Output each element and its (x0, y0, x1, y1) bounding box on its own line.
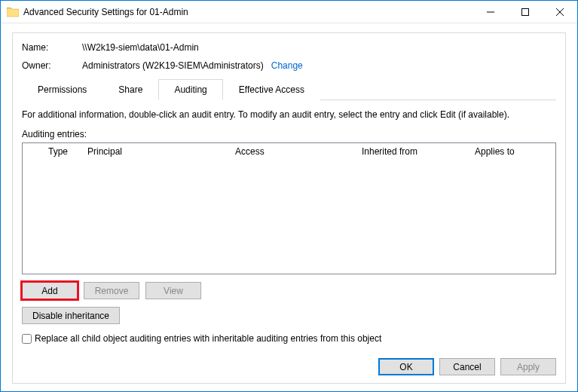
replace-entries-row[interactable]: Replace all child object auditing entrie… (22, 333, 556, 344)
owner-value: Administrators (W2K19-SIEM\Administrator… (82, 60, 264, 71)
entry-buttons: Add Remove View (22, 282, 556, 299)
change-owner-link[interactable]: Change (271, 60, 303, 71)
tab-auditing[interactable]: Auditing (158, 79, 222, 100)
svg-rect-1 (522, 8, 529, 15)
replace-entries-label: Replace all child object auditing entrie… (35, 333, 381, 344)
owner-label: Owner: (22, 60, 82, 71)
cancel-button[interactable]: Cancel (439, 358, 495, 375)
auditing-panel: For additional information, double-click… (22, 100, 556, 344)
name-value: \\W2k19-siem\data\01-Admin (82, 42, 199, 53)
grid-header-blank[interactable] (23, 149, 44, 154)
main-fieldset: Name: \\W2k19-siem\data\01-Admin Owner: … (12, 32, 566, 384)
replace-entries-checkbox[interactable] (22, 334, 32, 344)
grid-header-type[interactable]: Type (44, 144, 83, 159)
tab-strip: Permissions Share Auditing Effective Acc… (22, 78, 556, 100)
owner-row: Owner: Administrators (W2K19-SIEM\Admini… (22, 60, 556, 71)
close-button[interactable] (543, 1, 577, 23)
grid-header: Type Principal Access Inherited from App… (23, 143, 555, 160)
grid-header-applies[interactable]: Applies to (470, 144, 555, 159)
remove-button[interactable]: Remove (84, 282, 139, 299)
help-text: For additional information, double-click… (22, 109, 556, 120)
maximize-button[interactable] (508, 1, 543, 23)
tab-permissions[interactable]: Permissions (22, 79, 102, 100)
dialog-content: Name: \\W2k19-siem\data\01-Admin Owner: … (1, 23, 577, 391)
minimize-button[interactable] (473, 1, 508, 23)
disable-inheritance-button[interactable]: Disable inheritance (22, 307, 120, 324)
apply-button[interactable]: Apply (500, 358, 556, 375)
grid-header-principal[interactable]: Principal (83, 144, 231, 159)
titlebar: Advanced Security Settings for 01-Admin (1, 1, 577, 23)
window-controls (473, 1, 577, 23)
entries-label: Auditing entries: (22, 129, 556, 139)
ok-button[interactable]: OK (378, 358, 434, 375)
dialog-buttons: OK Cancel Apply (378, 358, 556, 375)
grid-header-inherited[interactable]: Inherited from (357, 144, 470, 159)
grid-header-access[interactable]: Access (231, 144, 357, 159)
auditing-entries-grid[interactable]: Type Principal Access Inherited from App… (22, 142, 556, 274)
name-label: Name: (22, 42, 82, 53)
add-button[interactable]: Add (22, 282, 78, 299)
tab-share[interactable]: Share (102, 79, 158, 100)
tab-effective-access[interactable]: Effective Access (223, 79, 320, 100)
window-title: Advanced Security Settings for 01-Admin (23, 7, 473, 17)
folder-icon (7, 7, 19, 17)
view-button[interactable]: View (145, 282, 201, 299)
name-row: Name: \\W2k19-siem\data\01-Admin (22, 42, 556, 53)
